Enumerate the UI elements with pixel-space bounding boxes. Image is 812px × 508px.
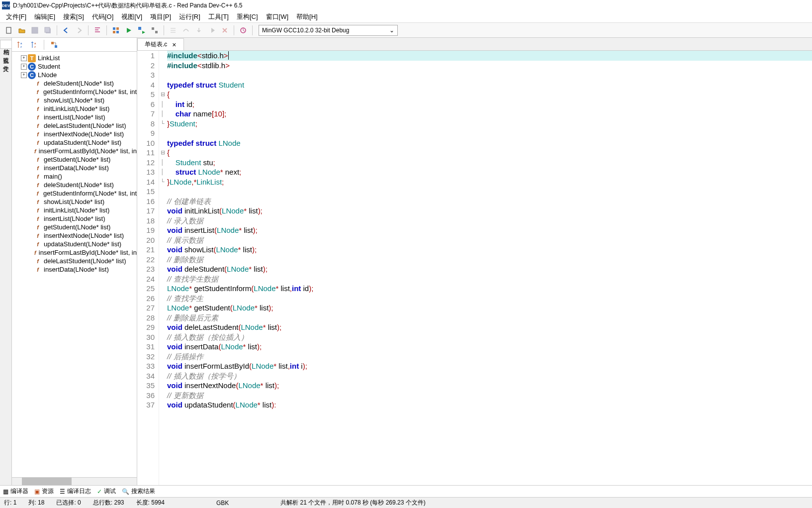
debug-button[interactable]	[167, 24, 179, 36]
step-into-button[interactable]	[193, 24, 205, 36]
svg-rect-4	[113, 27, 115, 30]
tree-root[interactable]: +TLinkList	[12, 54, 137, 62]
tree-func[interactable]: finsertFormLastById(LNode* list, in	[12, 147, 137, 155]
save-all-button[interactable]	[42, 24, 54, 36]
step-over-button[interactable]	[180, 24, 192, 36]
format-button[interactable]	[91, 24, 103, 36]
expand-icon[interactable]: +	[21, 72, 27, 78]
tree-func[interactable]: fdeleStudent(LNode* list)	[12, 181, 137, 189]
tree-func[interactable]: finsertData(LNode* list)	[12, 164, 137, 172]
menu-project[interactable]: 项目[P]	[147, 11, 174, 22]
open-button[interactable]	[16, 24, 28, 36]
bottom-tab-compiler[interactable]: ▦编译器	[3, 487, 28, 496]
func-icon: f	[34, 215, 42, 223]
tree-func[interactable]: finitLinkList(LNode* list)	[12, 206, 137, 214]
tree-func[interactable]: finsertData(LNode* list)	[12, 265, 137, 274]
continue-button[interactable]	[206, 24, 218, 36]
bottom-tab-debug[interactable]: ✓调试	[97, 487, 116, 496]
status-row: 行: 1	[4, 499, 16, 507]
tree-root[interactable]: +CLNode	[12, 71, 137, 79]
search-icon: 🔍	[122, 488, 129, 495]
tree-func[interactable]: fupdataStudent(LNode* list)	[12, 138, 137, 147]
menu-run[interactable]: 运行[R]	[176, 11, 203, 22]
tree-func[interactable]: finsertList(LNode* list)	[12, 113, 137, 121]
tree-label: updataStudent(LNode* list)	[44, 139, 121, 146]
back-button[interactable]	[60, 24, 72, 36]
menu-view[interactable]: 视图[V]	[118, 11, 145, 22]
sidebar-scrollbar[interactable]	[12, 477, 137, 485]
compile-run-button[interactable]	[136, 24, 148, 36]
menu-tools[interactable]: 工具[T]	[205, 11, 232, 22]
structure-sidebar: az az +TLinkList+CStudent+CLNodefdeleStu…	[12, 38, 137, 485]
svg-rect-3	[45, 27, 50, 32]
resources-icon: ▣	[34, 488, 40, 495]
svg-text:z: z	[20, 45, 22, 48]
forward-button[interactable]	[73, 24, 85, 36]
tree-func[interactable]: fgetStudent(LNode* list)	[12, 223, 137, 231]
tree-func[interactable]: finsertFormLastById(LNode* list, in	[12, 248, 137, 257]
left-tab-structure[interactable]: 结构	[0, 40, 11, 49]
type-icon: T	[28, 54, 36, 62]
tree-func[interactable]: fgetStudentInform(LNode* list, int	[12, 189, 137, 198]
rebuild-button[interactable]	[149, 24, 161, 36]
func-icon: f	[34, 97, 42, 104]
status-col: 列: 18	[28, 499, 44, 507]
tree-func[interactable]: fmain()	[12, 172, 137, 181]
tree-label: deleStudent(LNode* list)	[44, 181, 114, 189]
menu-search[interactable]: 搜索[S]	[60, 11, 87, 22]
menu-help[interactable]: 帮助[H]	[293, 11, 321, 22]
menu-code[interactable]: 代码[O]	[89, 11, 116, 22]
status-enc: GBK	[216, 500, 229, 507]
bottom-tab-compilelog[interactable]: ☰编译日志	[60, 487, 91, 496]
tree-func[interactable]: finsertList(LNode* list)	[12, 214, 137, 223]
tree-root[interactable]: +CStudent	[12, 62, 137, 71]
code-text[interactable]: #include<stdio.h>#include<stdlib.h> type…	[166, 51, 812, 485]
tree-label: showList(LNode* list)	[44, 198, 104, 205]
tree-label: getStudentInform(LNode* list, int	[43, 190, 137, 197]
left-tab-watch[interactable]: 监视	[0, 49, 11, 57]
show-inherited-button[interactable]	[48, 39, 60, 51]
bottom-tab-strip: ▦编译器 ▣资源 ☰编译日志 ✓调试 🔍搜索结果	[0, 485, 812, 497]
tree-func[interactable]: finsertNextNode(LNode* list)	[12, 231, 137, 240]
tree-func[interactable]: finsertNextNode(LNode* list)	[12, 130, 137, 138]
tree-func[interactable]: fshowList(LNode* list)	[12, 96, 137, 104]
stop-button[interactable]	[219, 24, 231, 36]
tree-func[interactable]: finitLinkList(LNode* list)	[12, 104, 137, 113]
sort-alpha-button[interactable]: az	[14, 39, 26, 51]
sort-type-button[interactable]: az	[28, 39, 40, 51]
tree-func[interactable]: fgetStudent(LNode* list)	[12, 155, 137, 164]
menu-refactor[interactable]: 重构[C]	[234, 11, 261, 22]
svg-text:z: z	[34, 45, 36, 48]
tree-func[interactable]: fshowList(LNode* list)	[12, 198, 137, 206]
tree-func[interactable]: fdeleStudent(LNode* list)	[12, 79, 137, 88]
code-editor[interactable]: 1234567891011121314151617181920212223242…	[137, 51, 812, 485]
run-button[interactable]	[123, 24, 135, 36]
profile-button[interactable]	[237, 24, 249, 36]
close-icon[interactable]: ×	[172, 41, 176, 49]
new-file-button[interactable]	[3, 24, 15, 36]
svg-text:a: a	[20, 42, 22, 45]
svg-rect-9	[152, 27, 154, 30]
expand-icon[interactable]: +	[21, 64, 27, 70]
left-tab-files[interactable]: 文件	[0, 57, 11, 65]
tree-label: insertNextNode(LNode* list)	[44, 232, 124, 239]
tree-func[interactable]: fgetStudentInform(LNode* list, int	[12, 88, 137, 96]
func-icon: f	[34, 113, 42, 121]
compiler-dropdown[interactable]: MinGW GCC10.2.0 32-bit Debug ⌄	[259, 25, 398, 36]
save-button[interactable]	[29, 24, 41, 36]
tree-func[interactable]: fdeleLastStudent(LNode* list)	[12, 257, 137, 265]
compiler-icon: ▦	[3, 488, 8, 495]
tree-func[interactable]: fupdataStudent(LNode* list)	[12, 240, 137, 248]
menu-window[interactable]: 窗口[W]	[263, 11, 292, 22]
menu-file[interactable]: 文件[F]	[3, 11, 29, 22]
tree-func[interactable]: fdeleLastStudent(LNode* list)	[12, 121, 137, 130]
structure-tree[interactable]: +TLinkList+CStudent+CLNodefdeleStudent(L…	[12, 52, 137, 477]
fold-gutter[interactable]: ⊟││└⊟││└	[159, 51, 166, 485]
bottom-tab-search[interactable]: 🔍搜索结果	[122, 487, 155, 496]
menu-edit[interactable]: 编辑[E]	[31, 11, 58, 22]
compile-button[interactable]	[110, 24, 122, 36]
bottom-tab-resources[interactable]: ▣资源	[34, 487, 54, 496]
expand-icon[interactable]: +	[21, 55, 27, 61]
tree-label: insertFormLastById(LNode* list, in	[39, 147, 137, 155]
file-tab-active[interactable]: 单链表.c ×	[137, 38, 184, 50]
